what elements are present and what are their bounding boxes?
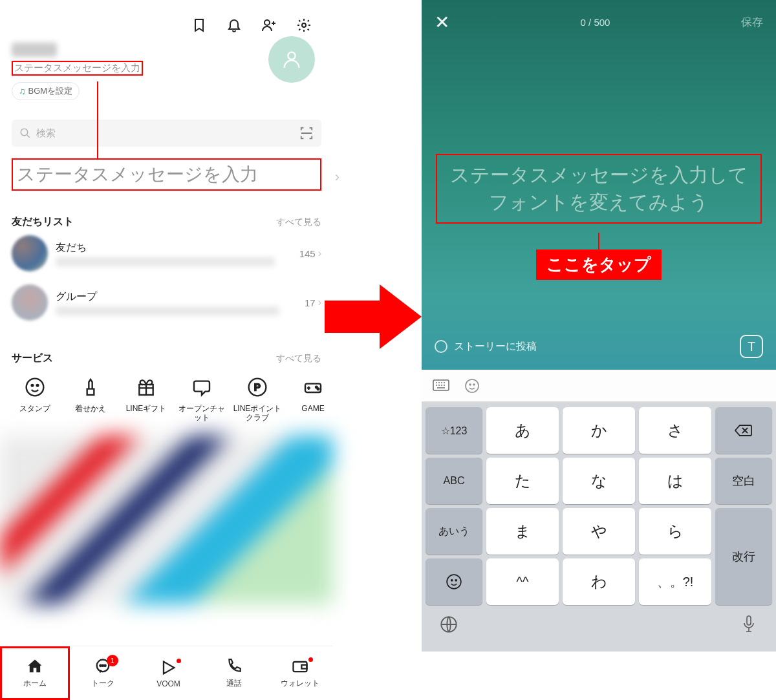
annotation-connector-line xyxy=(97,81,98,159)
scan-icon[interactable] xyxy=(299,126,314,140)
add-friend-icon[interactable] xyxy=(259,16,279,35)
profile-name-blurred xyxy=(12,43,57,57)
char-counter: 0 / 500 xyxy=(581,17,610,28)
promo-banner-blurred[interactable] xyxy=(0,436,333,604)
status-editor-screen: ✕ 0 / 500 保存 ステータスメッセージを入力してフォントを変えてみよう … xyxy=(422,0,776,700)
friend-list-item[interactable]: 友だち 145 › xyxy=(0,229,333,278)
key-emoji[interactable] xyxy=(426,558,482,605)
key-backspace[interactable] xyxy=(715,407,772,454)
svg-point-0 xyxy=(264,20,270,25)
talk-badge: 1 xyxy=(107,655,118,666)
svg-point-3 xyxy=(21,129,28,136)
friend-count: 17 xyxy=(305,297,316,308)
group-avatar xyxy=(12,284,48,321)
key-ya[interactable]: や xyxy=(563,508,635,555)
tab-call[interactable]: 通話 xyxy=(201,646,267,700)
mic-icon[interactable] xyxy=(738,614,759,635)
search-bar[interactable]: 検索 xyxy=(12,120,321,147)
font-style-button[interactable]: T xyxy=(740,335,763,358)
svg-point-21 xyxy=(466,379,479,392)
phone-icon xyxy=(226,657,242,675)
svg-point-6 xyxy=(37,385,39,387)
svg-point-15 xyxy=(102,665,103,666)
chevron-right-icon: › xyxy=(335,169,339,186)
friend-item-sub-blurred xyxy=(56,306,279,315)
svg-point-2 xyxy=(288,52,295,59)
friend-list-item[interactable]: グループ 17 › xyxy=(0,278,333,327)
key-ha[interactable]: は xyxy=(639,458,711,504)
status-message-entry[interactable]: ステータスメッセージを入力 › xyxy=(12,158,321,191)
friend-count: 145 xyxy=(299,248,316,259)
svg-rect-28 xyxy=(747,616,751,625)
key-na[interactable]: な xyxy=(563,458,635,504)
key-return[interactable]: 改行 xyxy=(715,508,772,605)
music-note-icon: ♫ xyxy=(19,86,26,96)
service-stamp[interactable]: スタンプ xyxy=(9,374,61,423)
globe-icon[interactable] xyxy=(438,614,459,635)
friends-section-header: 友だちリスト すべて見る xyxy=(0,215,333,229)
status-message-small[interactable]: ステータスメッセージを入力 xyxy=(12,61,143,76)
key-a[interactable]: あ xyxy=(486,407,559,454)
status-editor-area: ✕ 0 / 500 保存 ステータスメッセージを入力してフォントを変えてみよう … xyxy=(422,0,776,370)
save-button[interactable]: 保存 xyxy=(741,15,763,30)
search-icon xyxy=(19,127,31,139)
key-num-mode[interactable]: ☆123 xyxy=(426,407,482,454)
wallet-icon xyxy=(291,657,309,675)
svg-point-16 xyxy=(104,665,105,666)
keyboard-icon[interactable] xyxy=(432,379,450,393)
tab-home[interactable]: ホーム xyxy=(0,646,70,700)
editor-top-bar: ✕ 0 / 500 保存 xyxy=(422,0,776,45)
svg-point-23 xyxy=(473,384,475,385)
tab-wallet[interactable]: ウォレット xyxy=(267,646,333,700)
key-sa[interactable]: さ xyxy=(639,407,711,454)
svg-text:P: P xyxy=(254,382,261,392)
service-theme[interactable]: 着せかえ xyxy=(65,374,116,423)
notification-dot xyxy=(177,659,181,663)
key-ma[interactable]: ま xyxy=(486,508,559,555)
chevron-right-icon: › xyxy=(318,248,321,259)
bell-icon[interactable] xyxy=(224,16,244,35)
gear-icon[interactable] xyxy=(294,16,314,35)
keyboard-toolbar xyxy=(422,370,776,402)
key-ta[interactable]: た xyxy=(486,458,559,504)
friends-see-all[interactable]: すべて見る xyxy=(276,217,321,228)
top-toolbar xyxy=(0,0,333,43)
key-abc-mode[interactable]: ABC xyxy=(426,458,482,504)
tab-talk[interactable]: 1 トーク xyxy=(70,646,136,700)
key-ra[interactable]: ら xyxy=(639,508,711,555)
svg-point-22 xyxy=(469,384,471,385)
services-see-all[interactable]: すべて見る xyxy=(276,353,321,365)
service-openchat[interactable]: オープンチャット xyxy=(176,374,228,423)
play-icon xyxy=(159,659,177,677)
status-placeholder: ステータスメッセージを入力してフォントを変えてみよう xyxy=(441,162,757,216)
key-kaomoji[interactable]: ^^ xyxy=(486,558,559,605)
tab-voom[interactable]: VOOM xyxy=(136,646,202,700)
status-text-input[interactable]: ステータスメッセージを入力してフォントを変えてみよう xyxy=(436,154,762,224)
home-icon xyxy=(26,657,44,675)
annotation-tap-here: ここをタップ xyxy=(422,233,776,280)
close-icon[interactable]: ✕ xyxy=(435,12,449,33)
svg-point-25 xyxy=(451,580,453,581)
service-points[interactable]: P LINEポイントクラブ xyxy=(232,374,283,423)
service-game[interactable]: GAME xyxy=(287,374,333,423)
profile-section: ステータスメッセージを入力 xyxy=(0,43,333,76)
key-punct[interactable]: 、。?! xyxy=(639,558,711,605)
svg-marker-19 xyxy=(325,284,422,349)
status-message-big: ステータスメッセージを入力 xyxy=(17,162,316,187)
service-gift[interactable]: LINEギフト xyxy=(120,374,172,423)
key-ka[interactable]: か xyxy=(563,407,635,454)
svg-point-24 xyxy=(447,575,461,589)
story-post-toggle[interactable]: ストーリーに投稿 xyxy=(435,340,537,354)
bookmark-icon[interactable] xyxy=(189,16,209,35)
bgm-setting-chip[interactable]: ♫ BGMを設定 xyxy=(12,82,80,100)
services-section-header: サービス すべて見る xyxy=(0,352,333,365)
key-kana-mode[interactable]: あいう xyxy=(426,508,482,555)
services-row: スタンプ 着せかえ LINEギフト オープンチャット P LINEポイントクラブ… xyxy=(0,365,333,423)
avatar[interactable] xyxy=(268,36,315,83)
notification-dot xyxy=(308,657,313,662)
key-wa[interactable]: わ xyxy=(563,558,635,605)
emoji-picker-icon[interactable] xyxy=(464,378,480,394)
key-space[interactable]: 空白 xyxy=(715,458,772,504)
svg-point-26 xyxy=(455,580,457,581)
services-title: サービス xyxy=(12,352,53,365)
